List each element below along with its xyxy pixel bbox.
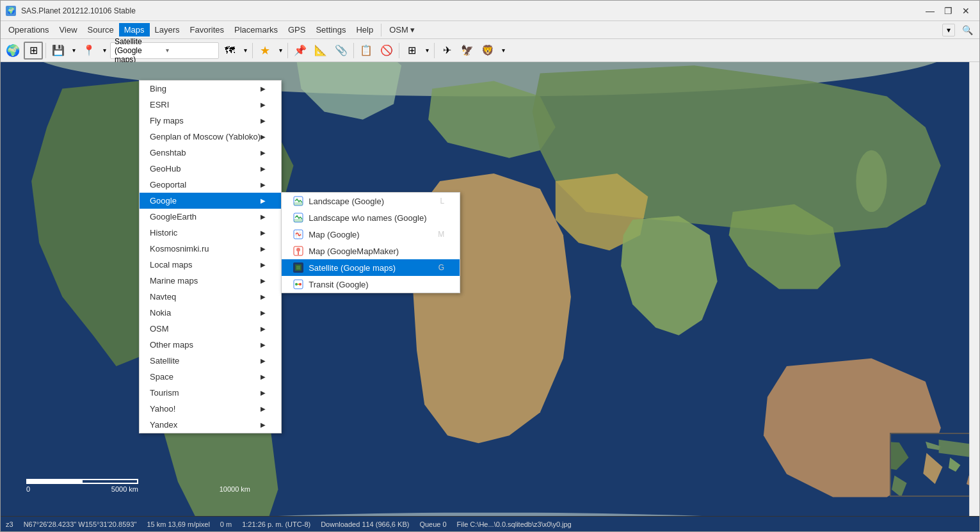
menu-item-other-maps[interactable]: Other maps ▶ bbox=[140, 337, 281, 353]
zoom-full-btn[interactable]: ⊞ bbox=[24, 42, 43, 60]
path-btn[interactable]: 📎 bbox=[332, 42, 351, 60]
map-shortcut: M bbox=[438, 230, 444, 239]
menu-osm[interactable]: OSM ▾ bbox=[384, 23, 420, 36]
menu-item-esri[interactable]: ESRI ▶ bbox=[140, 97, 281, 113]
scale-bar: 0 5000 km 10000 km bbox=[26, 479, 250, 493]
toolbar: 🌍 ⊞ 💾 ▾ 📍 ▾ Satellite (Google maps) ▾ 🗺 … bbox=[1, 39, 979, 62]
menu-item-genshtab[interactable]: Genshtab ▶ bbox=[140, 145, 281, 161]
menu-item-genplan[interactable]: Genplan of Moscow (Yabloko) ▶ bbox=[140, 129, 281, 145]
map-selector[interactable]: Satellite (Google maps) ▾ bbox=[110, 42, 219, 59]
save-btn[interactable]: 💾 bbox=[49, 42, 68, 60]
globe-btn[interactable]: 🌍 bbox=[3, 42, 22, 60]
restore-button[interactable]: ❐ bbox=[940, 4, 956, 18]
close-button[interactable]: ✕ bbox=[958, 4, 974, 18]
menu-help[interactable]: Help bbox=[351, 23, 378, 36]
google-arrow: ▶ bbox=[261, 197, 266, 204]
search-button[interactable]: 🔍 bbox=[958, 21, 977, 39]
dropdown-arrow-btn2[interactable]: ▾ bbox=[100, 42, 109, 60]
app-icon: 🌍 bbox=[6, 6, 16, 16]
scale-label-10000: 10000 km bbox=[220, 485, 250, 493]
menu-item-yandex[interactable]: Yandex ▶ bbox=[140, 417, 281, 433]
sep4 bbox=[353, 43, 354, 58]
menu-operations[interactable]: Operations bbox=[3, 23, 54, 36]
queue-info: Queue 0 bbox=[419, 520, 446, 528]
submenu-landscape-wo[interactable]: Landscape w\o names (Google) bbox=[282, 209, 460, 226]
star-btn[interactable]: ★ bbox=[255, 42, 275, 60]
menu-item-nokia[interactable]: Nokia ▶ bbox=[140, 305, 281, 321]
menu-layers[interactable]: Layers bbox=[150, 23, 185, 36]
fly-btn[interactable]: ✈ bbox=[437, 42, 456, 60]
genshtab-arrow: ▶ bbox=[261, 149, 266, 156]
submenu-map-maker[interactable]: Map (GoogleMapMaker) bbox=[282, 243, 460, 259]
menu-maps[interactable]: Maps bbox=[119, 23, 150, 36]
genplan-label: Genplan of Moscow (Yabloko) bbox=[150, 132, 261, 141]
fly-arrow-btn[interactable]: ▾ bbox=[499, 42, 508, 60]
landscape-label: Landscape (Google) bbox=[309, 197, 384, 206]
grid-btn[interactable]: ⊞ bbox=[402, 42, 421, 60]
menu-item-marine-maps[interactable]: Marine maps ▶ bbox=[140, 273, 281, 289]
yahoo-label: Yahoo! bbox=[150, 404, 175, 414]
menu-item-kosmosnimki[interactable]: Kosmosnimki.ru ▶ bbox=[140, 241, 281, 257]
menu-placemarks[interactable]: Placemarks bbox=[229, 23, 283, 36]
menu-item-bing[interactable]: Bing ▶ bbox=[140, 81, 281, 97]
scrollbar[interactable] bbox=[969, 62, 979, 516]
map-google-icon bbox=[292, 229, 305, 239]
maps-dropdown: Bing ▶ ESRI ▶ Fly maps ▶ Genplan of Mosc… bbox=[139, 80, 282, 433]
overlay-btn[interactable]: 🗺 bbox=[220, 42, 239, 60]
ruler-btn[interactable]: 📐 bbox=[311, 42, 330, 60]
nokia-label: Nokia bbox=[150, 308, 171, 318]
search-dropdown-btn[interactable]: ▾ bbox=[942, 24, 955, 36]
dropdown-arrow-btn[interactable]: ▾ bbox=[69, 42, 78, 60]
menu-source[interactable]: Source bbox=[83, 23, 119, 36]
menu-item-google[interactable]: Google ▶ Landscape (Google) L bbox=[140, 193, 281, 209]
local-maps-arrow: ▶ bbox=[261, 261, 266, 268]
submenu-satellite[interactable]: Satellite (Google maps) G bbox=[282, 259, 460, 276]
location-btn[interactable]: 📍 bbox=[79, 42, 99, 60]
menu-item-local-maps[interactable]: Local maps ▶ bbox=[140, 257, 281, 273]
satellite-shortcut: G bbox=[438, 263, 444, 272]
historic-arrow: ▶ bbox=[261, 229, 266, 236]
menu-settings[interactable]: Settings bbox=[310, 23, 351, 36]
menu-item-osm[interactable]: OSM ▶ bbox=[140, 321, 281, 337]
menu-item-historic[interactable]: Historic ▶ bbox=[140, 225, 281, 241]
title-bar: 🌍 SAS.Planet 201212.10106 Stable — ❐ ✕ bbox=[1, 1, 979, 21]
esri-arrow: ▶ bbox=[261, 101, 266, 108]
overlay-arrow-btn[interactable]: ▾ bbox=[241, 42, 250, 60]
fly3-btn[interactable]: 🦁 bbox=[478, 42, 497, 60]
menu-item-googleearth[interactable]: GoogleEarth ▶ bbox=[140, 209, 281, 225]
local-maps-label: Local maps bbox=[150, 260, 192, 270]
menu-item-navteq[interactable]: Navteq ▶ bbox=[140, 289, 281, 305]
submenu-map[interactable]: Map (Google) M bbox=[282, 226, 460, 243]
menu-item-geoportal[interactable]: Geoportal ▶ bbox=[140, 177, 281, 193]
menu-item-geohub[interactable]: GeoHub ▶ bbox=[140, 161, 281, 177]
googleearth-label: GoogleEarth bbox=[150, 212, 197, 222]
grid-arrow-btn[interactable]: ▾ bbox=[422, 42, 431, 60]
menu-item-satellite[interactable]: Satellite ▶ bbox=[140, 353, 281, 369]
file-info: File C:\He...\0.0.sqlitedb\z3\x0\y0.jpg bbox=[457, 520, 572, 528]
landscape-shortcut: L bbox=[440, 197, 445, 206]
transit-icon bbox=[292, 279, 305, 289]
menu-gps[interactable]: GPS bbox=[283, 23, 310, 36]
svg-point-19 bbox=[299, 283, 301, 286]
landscape-wo-icon bbox=[292, 213, 305, 223]
menu-item-yahoo[interactable]: Yahoo! ▶ bbox=[140, 401, 281, 417]
menu-item-fly-maps[interactable]: Fly maps ▶ bbox=[140, 113, 281, 129]
copy-btn[interactable]: 📋 bbox=[357, 42, 376, 60]
submenu-transit[interactable]: Transit (Google) bbox=[282, 276, 460, 293]
submenu-landscape[interactable]: Landscape (Google) L bbox=[282, 193, 460, 209]
fly2-btn[interactable]: 🦅 bbox=[458, 42, 477, 60]
download-info: Downloaded 114 (966,6 KB) bbox=[321, 520, 409, 528]
nokia-arrow: ▶ bbox=[261, 309, 266, 316]
star-arrow-btn[interactable]: ▾ bbox=[276, 42, 285, 60]
window-title: SAS.Planet 201212.10106 Stable bbox=[21, 6, 136, 15]
menu-item-tourism[interactable]: Tourism ▶ bbox=[140, 385, 281, 401]
menu-favorites[interactable]: Favorites bbox=[185, 23, 229, 36]
minimize-button[interactable]: — bbox=[922, 4, 938, 18]
menu-item-space[interactable]: Space ▶ bbox=[140, 369, 281, 385]
menu-view[interactable]: View bbox=[54, 23, 83, 36]
menu-search-area: ▾ 🔍 bbox=[942, 21, 977, 39]
stop-btn[interactable]: 🚫 bbox=[377, 42, 396, 60]
pin-btn[interactable]: 📌 bbox=[291, 42, 310, 60]
svg-rect-8 bbox=[294, 202, 303, 206]
geoportal-arrow: ▶ bbox=[261, 181, 266, 188]
